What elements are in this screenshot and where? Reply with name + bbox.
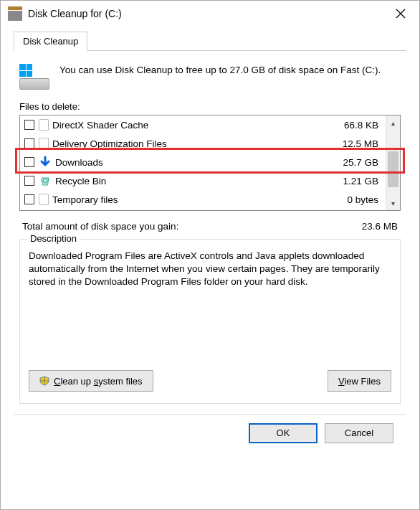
item-size: 66.8 KB (344, 120, 381, 131)
scroll-up-arrow-icon[interactable]: ▴ (386, 115, 400, 130)
total-line: Total amount of disk space you gain: 23.… (22, 221, 398, 232)
files-listbox[interactable]: DirectX Shader Cache 66.8 KB Delivery Op… (19, 115, 401, 211)
scroll-thumb[interactable] (388, 151, 398, 187)
download-arrow-icon (39, 156, 52, 169)
dialog-footer: OK Cancel (14, 414, 406, 451)
item-size: 1.21 GB (343, 176, 381, 186)
checkbox[interactable] (24, 176, 34, 186)
item-name: Temporary files (52, 194, 347, 205)
list-item[interactable]: Recycle Bin 1.21 GB (20, 171, 386, 190)
disk-cleanup-icon (8, 6, 22, 21)
description-text: Downloaded Program Files are ActiveX con… (29, 250, 391, 370)
description-group: Description Downloaded Program Files are… (19, 239, 401, 404)
ok-button[interactable]: OK (249, 423, 318, 443)
drive-icon (19, 64, 49, 90)
item-name: Delivery Optimization Files (52, 138, 343, 149)
item-name: Downloads (55, 157, 343, 168)
item-name: DirectX Shader Cache (52, 120, 344, 131)
tab-disk-cleanup[interactable]: Disk Cleanup (14, 32, 87, 51)
checkbox[interactable] (24, 120, 34, 130)
intro-row: You can use Disk Cleanup to free up to 2… (14, 51, 406, 94)
intro-text: You can use Disk Cleanup to free up to 2… (59, 64, 381, 77)
close-button[interactable] (386, 3, 415, 24)
scroll-track[interactable] (386, 130, 400, 196)
description-legend: Description (27, 233, 80, 244)
files-to-delete-label: Files to delete: (19, 101, 401, 112)
cancel-button[interactable]: Cancel (325, 423, 393, 443)
total-label: Total amount of disk space you gain: (22, 221, 178, 232)
item-name: Recycle Bin (55, 176, 343, 186)
file-icon (39, 119, 49, 131)
list-scrollbar[interactable]: ▴ ▾ (386, 115, 400, 210)
total-value: 23.6 MB (362, 221, 398, 232)
button-label: View Files (338, 376, 381, 387)
file-icon (39, 138, 49, 149)
file-icon (39, 194, 49, 205)
window-title: Disk Cleanup for (C:) (28, 8, 386, 19)
clean-up-system-files-button[interactable]: Clean up system files (29, 370, 153, 392)
item-size: 25.7 GB (343, 157, 381, 168)
list-item[interactable]: Temporary files 0 bytes (20, 190, 386, 209)
checkbox[interactable] (24, 157, 34, 167)
item-size: 12.5 MB (343, 138, 381, 149)
files-listbox-container: DirectX Shader Cache 66.8 KB Delivery Op… (19, 115, 401, 211)
list-item[interactable]: Delivery Optimization Files 12.5 MB (20, 134, 386, 153)
shield-icon (39, 376, 49, 386)
dialog-content: Disk Cleanup You can use Disk Cleanup to… (1, 27, 419, 509)
view-files-button[interactable]: View Files (328, 370, 391, 392)
button-label: Clean up system files (54, 376, 143, 387)
list-item[interactable]: Downloads 25.7 GB (20, 153, 386, 171)
scroll-down-arrow-icon[interactable]: ▾ (386, 196, 400, 210)
item-size: 0 bytes (347, 194, 381, 205)
tabstrip: Disk Cleanup (14, 31, 406, 51)
checkbox[interactable] (24, 138, 34, 148)
disk-cleanup-window: Disk Cleanup for (C:) Disk Cleanup You c… (0, 0, 420, 510)
titlebar: Disk Cleanup for (C:) (1, 1, 419, 27)
list-item[interactable]: DirectX Shader Cache 66.8 KB (20, 115, 386, 134)
checkbox[interactable] (24, 194, 34, 204)
recycle-bin-icon (39, 174, 52, 187)
